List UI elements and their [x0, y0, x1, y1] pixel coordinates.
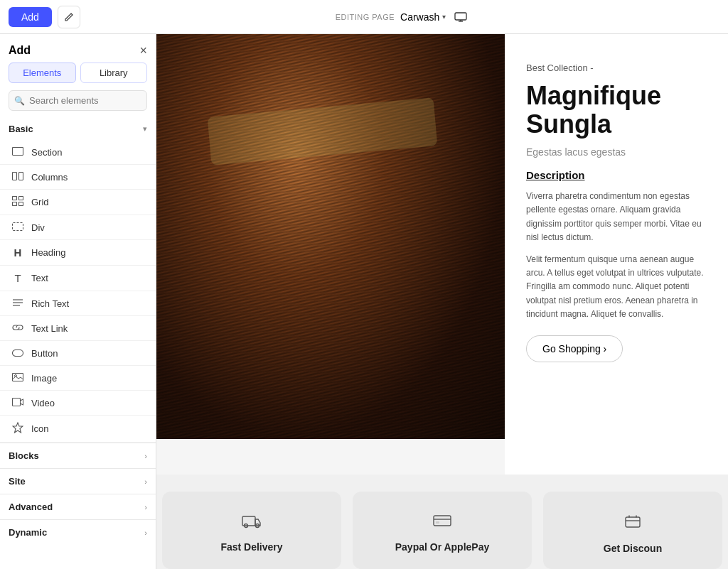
- text-link-icon: [11, 323, 24, 334]
- sidebar-title: Add: [9, 44, 31, 57]
- desktop-icon: [454, 12, 467, 22]
- element-label-text: Text: [31, 273, 48, 283]
- search-wrap: 🔍: [0, 90, 156, 118]
- element-item-div[interactable]: Div: [0, 215, 156, 240]
- svg-rect-14: [13, 350, 23, 357]
- hero-body-1: Viverra pharetra condimentum non egestas…: [526, 190, 707, 244]
- edit-icon-button[interactable]: [58, 6, 80, 28]
- basic-label: Basic: [9, 124, 33, 134]
- card-payment: Paypal Or ApplePay: [353, 492, 532, 569]
- sidebar: Add × Elements Library 🔍 Basic ▾ Section: [0, 34, 156, 569]
- element-label-div: Div: [31, 222, 45, 233]
- element-item-button[interactable]: Button: [0, 341, 156, 366]
- text-icon: T: [11, 272, 24, 284]
- svg-rect-17: [13, 399, 21, 406]
- payment-icon: [433, 513, 451, 533]
- grid-icon: [11, 196, 24, 208]
- hero-description-label: Description: [526, 169, 707, 181]
- div-icon: [11, 222, 24, 233]
- top-bar: Add EDITING PAGE Carwash ▾: [0, 0, 728, 34]
- main-area: Add × Elements Library 🔍 Basic ▾ Section: [0, 34, 728, 569]
- svg-rect-0: [455, 13, 466, 20]
- advanced-category[interactable]: Advanced ›: [0, 494, 156, 519]
- svg-rect-6: [13, 197, 17, 200]
- svg-marker-18: [13, 423, 23, 433]
- hero-image-texture: [156, 34, 505, 439]
- tab-library[interactable]: Library: [80, 63, 148, 83]
- svg-rect-4: [13, 173, 17, 180]
- basic-section-header[interactable]: Basic ▾: [0, 118, 156, 140]
- go-shopping-button[interactable]: Go Shopping ›: [526, 335, 623, 362]
- element-list: Section Columns Grid Div: [0, 140, 156, 443]
- rich-text-icon: [11, 298, 24, 309]
- element-label-video: Video: [31, 398, 55, 408]
- svg-rect-3: [13, 148, 23, 156]
- hero-subtitle: Best Collection -: [526, 63, 707, 73]
- image-icon: [11, 372, 24, 384]
- hero-body-2: Velit fermentum quisque urna aenean augu…: [526, 253, 707, 321]
- hero-content: Best Collection - Magnifique Sungla Eges…: [505, 34, 728, 475]
- element-label-section: Section: [31, 147, 62, 158]
- advanced-label: Advanced: [9, 502, 53, 512]
- canvas: Best Collection - Magnifique Sungla Eges…: [156, 34, 728, 569]
- element-item-image[interactable]: Image: [0, 366, 156, 391]
- video-icon: [11, 397, 24, 408]
- element-item-icon[interactable]: Icon: [0, 416, 156, 443]
- element-label-icon: Icon: [31, 423, 49, 434]
- card-discount: Get Discoun: [543, 492, 722, 569]
- editing-page-label: EDITING PAGE: [336, 13, 395, 21]
- dynamic-chevron-icon: ›: [144, 529, 147, 537]
- element-item-columns[interactable]: Columns: [0, 165, 156, 190]
- svg-rect-15: [13, 374, 23, 381]
- element-item-text-link[interactable]: Text Link: [0, 316, 156, 341]
- add-button[interactable]: Add: [9, 7, 52, 27]
- site-category[interactable]: Site ›: [0, 468, 156, 494]
- page-preview: Best Collection - Magnifique Sungla Eges…: [156, 34, 728, 569]
- element-label-columns: Columns: [31, 172, 68, 183]
- page-select[interactable]: Carwash ▾: [400, 11, 446, 23]
- heading-icon: H: [11, 246, 24, 259]
- page-name: Carwash: [400, 11, 439, 23]
- blocks-chevron-icon: ›: [144, 452, 147, 460]
- hero-title: Magnifique Sungla: [526, 82, 707, 138]
- hero-tagline: Egestas lacus egestas: [526, 146, 707, 158]
- svg-rect-8: [13, 202, 17, 206]
- hero-section: Best Collection - Magnifique Sungla Eges…: [156, 34, 728, 475]
- element-item-heading[interactable]: H Heading: [0, 240, 156, 266]
- element-item-section[interactable]: Section: [0, 140, 156, 165]
- search-icon: 🔍: [14, 96, 25, 106]
- element-label-grid: Grid: [31, 197, 49, 207]
- close-button[interactable]: ×: [139, 44, 147, 57]
- hero-image: [156, 34, 505, 439]
- element-item-text[interactable]: T Text: [0, 266, 156, 291]
- element-item-grid[interactable]: Grid: [0, 190, 156, 215]
- columns-icon: [11, 171, 24, 183]
- element-label-text-link: Text Link: [31, 323, 68, 334]
- card-payment-title: Paypal Or ApplePay: [395, 541, 490, 553]
- element-label-button: Button: [31, 348, 58, 359]
- desktop-view-button[interactable]: [451, 9, 470, 25]
- tab-row: Elements Library: [0, 63, 156, 90]
- tab-elements[interactable]: Elements: [9, 63, 76, 83]
- advanced-chevron-icon: ›: [144, 503, 147, 511]
- element-label-rich-text: Rich Text: [31, 298, 69, 309]
- sidebar-header: Add ×: [0, 34, 156, 63]
- element-item-video[interactable]: Video: [0, 391, 156, 416]
- element-label-image: Image: [31, 373, 57, 384]
- site-chevron-icon: ›: [144, 477, 147, 486]
- svg-rect-10: [13, 223, 23, 231]
- element-item-rich-text[interactable]: Rich Text: [0, 291, 156, 316]
- dynamic-category[interactable]: Dynamic ›: [0, 519, 156, 545]
- discount-icon: [624, 513, 641, 534]
- svg-rect-5: [19, 173, 23, 180]
- canvas-inner: Best Collection - Magnifique Sungla Eges…: [156, 34, 728, 569]
- button-icon: [11, 347, 24, 359]
- blocks-category[interactable]: Blocks ›: [0, 443, 156, 468]
- section-icon: [11, 146, 24, 158]
- search-input[interactable]: [9, 90, 147, 111]
- basic-chevron-icon: ▾: [143, 124, 147, 134]
- svg-rect-7: [19, 197, 23, 200]
- icon-element-icon: [11, 422, 24, 435]
- card-fast-delivery-title: Fast Delivery: [220, 541, 282, 553]
- chevron-down-icon: ▾: [442, 13, 446, 21]
